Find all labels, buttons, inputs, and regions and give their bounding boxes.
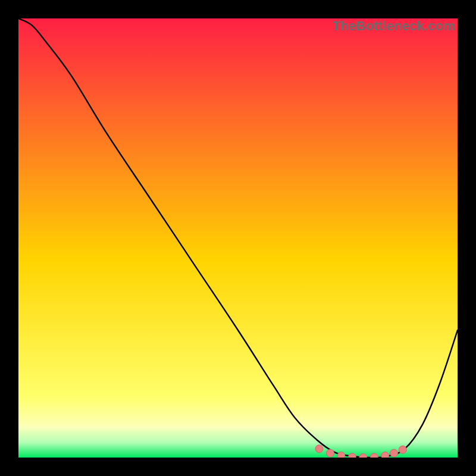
marker-point (327, 449, 334, 457)
chart-frame: TheBottleneck.com (0, 0, 476, 476)
plot-svg (18, 18, 458, 458)
marker-point (399, 446, 406, 453)
watermark-text: TheBottleneck.com (333, 18, 455, 34)
marker-point (390, 449, 398, 457)
marker-point (381, 452, 389, 458)
plot-area: TheBottleneck.com (18, 18, 458, 458)
marker-point (337, 452, 345, 458)
marker-point (315, 445, 323, 453)
gradient-background (18, 18, 458, 458)
